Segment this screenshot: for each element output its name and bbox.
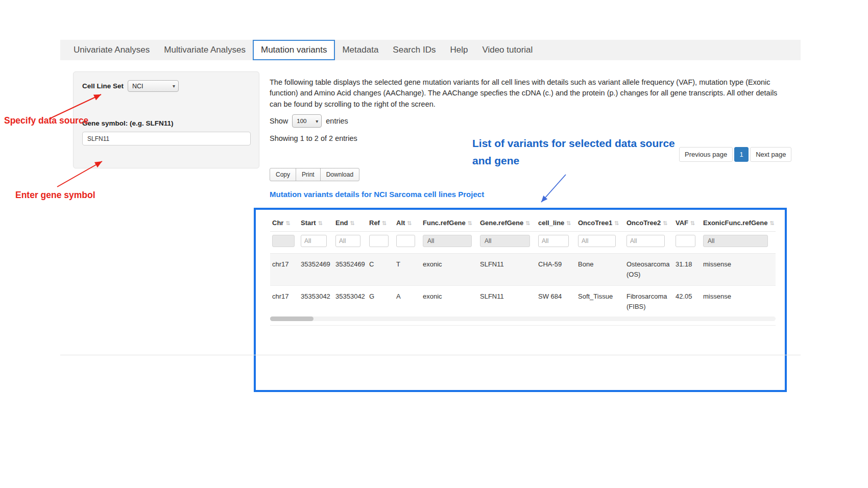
table-cell: missense bbox=[701, 254, 776, 286]
column-header-start[interactable]: Start⇅ bbox=[299, 213, 333, 232]
print-button[interactable]: Print bbox=[296, 168, 321, 181]
cell-line-set-label: Cell Line Set bbox=[82, 82, 124, 90]
tab-help[interactable]: Help bbox=[443, 40, 475, 60]
header-row: Chr⇅Start⇅End⇅Ref⇅Alt⇅Func.refGene⇅Gene.… bbox=[270, 213, 776, 232]
table-cell: 35353042 bbox=[333, 286, 367, 318]
list-of-variants-arrow bbox=[541, 175, 566, 202]
tab-metadata[interactable]: Metadata bbox=[335, 40, 385, 60]
cell-line-set-select[interactable]: NCI ▾ bbox=[128, 80, 179, 92]
gene-symbol-input[interactable] bbox=[82, 132, 251, 145]
sort-icon[interactable]: ⇅ bbox=[350, 220, 355, 226]
table-row: chr173535246935352469CTexonicSLFN11CHA-5… bbox=[270, 254, 776, 286]
sort-icon[interactable]: ⇅ bbox=[614, 220, 619, 226]
table-row: chr173535304235353042GAexonicSLFN11SW 68… bbox=[270, 286, 776, 318]
download-button[interactable]: Download bbox=[320, 168, 359, 181]
sort-icon[interactable]: ⇅ bbox=[525, 220, 530, 226]
variants-table: Chr⇅Start⇅End⇅Ref⇅Alt⇅Func.refGene⇅Gene.… bbox=[270, 213, 776, 319]
sort-icon[interactable]: ⇅ bbox=[285, 220, 290, 226]
variants-table-wrap: Chr⇅Start⇅End⇅Ref⇅Alt⇅Func.refGene⇅Gene.… bbox=[270, 213, 777, 319]
table-cell: 31.18 bbox=[673, 254, 701, 286]
sort-icon[interactable]: ⇅ bbox=[769, 220, 774, 226]
chevron-down-icon: ▾ bbox=[316, 118, 318, 124]
table-cell: exonic bbox=[421, 286, 478, 318]
variants-table-container: Chr⇅Start⇅End⇅Ref⇅Alt⇅Func.refGene⇅Gene.… bbox=[254, 208, 787, 392]
tab-univariate-analyses[interactable]: Univariate Analyses bbox=[66, 40, 157, 60]
next-page-button[interactable]: Next page bbox=[750, 147, 791, 162]
filter-end[interactable] bbox=[335, 235, 360, 247]
export-button-group: CopyPrintDownload bbox=[270, 168, 359, 181]
column-header-end[interactable]: End⇅ bbox=[333, 213, 367, 232]
filter-oncotree1[interactable] bbox=[578, 235, 616, 247]
table-cell: 35352469 bbox=[333, 254, 367, 286]
sort-icon[interactable]: ⇅ bbox=[690, 220, 695, 226]
filter-cell-line[interactable] bbox=[538, 235, 569, 247]
table-cell: missense bbox=[701, 286, 776, 318]
table-cell: G bbox=[367, 286, 394, 318]
filter-start[interactable] bbox=[301, 235, 327, 247]
table-cell: 35352469 bbox=[299, 254, 333, 286]
column-header-oncotree2[interactable]: OncoTree2⇅ bbox=[624, 213, 673, 232]
current-page-button[interactable]: 1 bbox=[734, 147, 749, 162]
table-bottom-border bbox=[270, 325, 776, 326]
column-header-func-refgene[interactable]: Func.refGene⇅ bbox=[421, 213, 478, 232]
sort-icon[interactable]: ⇅ bbox=[318, 220, 323, 226]
sort-icon[interactable]: ⇅ bbox=[663, 220, 667, 226]
previous-page-button[interactable]: Previous page bbox=[679, 147, 733, 162]
filter-gene-refgene[interactable]: All bbox=[480, 235, 530, 247]
filter-vaf[interactable] bbox=[676, 235, 695, 247]
table-cell: Fibrosarcoma (FIBS) bbox=[624, 286, 673, 318]
table-cell: Osteosarcoma (OS) bbox=[624, 254, 673, 286]
filter-func-refgene[interactable]: All bbox=[423, 235, 472, 247]
show-label: Show bbox=[270, 117, 288, 125]
column-header-gene-refgene[interactable]: Gene.refGene⇅ bbox=[478, 213, 536, 232]
page: Univariate AnalysesMultivariate Analyses… bbox=[0, 0, 868, 488]
annotation-enter-gene-symbol: Enter gene symbol bbox=[15, 190, 95, 201]
table-cell: SLFN11 bbox=[478, 254, 536, 286]
page-length-control: Show 100 ▾ entries bbox=[270, 114, 348, 128]
table-body: chr173535246935352469CTexonicSLFN11CHA-5… bbox=[270, 254, 776, 319]
sort-icon[interactable]: ⇅ bbox=[468, 220, 472, 226]
column-header-oncotree1[interactable]: OncoTree1⇅ bbox=[576, 213, 624, 232]
column-header-vaf[interactable]: VAF⇅ bbox=[673, 213, 701, 232]
table-cell: Bone bbox=[576, 254, 624, 286]
table-cell: A bbox=[394, 286, 421, 318]
annotation-list-of-variants: List of variants for selected data sourc… bbox=[472, 135, 677, 169]
pagination: Previous page 1 Next page bbox=[679, 147, 791, 162]
table-cell: SLFN11 bbox=[478, 286, 536, 318]
filter-exonicfunc-refgene[interactable]: All bbox=[703, 235, 768, 247]
copy-button[interactable]: Copy bbox=[270, 168, 296, 181]
table-cell: T bbox=[394, 254, 421, 286]
column-header-cell-line[interactable]: cell_line⇅ bbox=[536, 213, 576, 232]
page-length-select[interactable]: 100 ▾ bbox=[292, 114, 322, 128]
entries-label: entries bbox=[326, 117, 348, 125]
horizontal-scrollbar[interactable] bbox=[270, 316, 776, 321]
filter-oncotree2[interactable] bbox=[626, 235, 665, 247]
sort-icon[interactable]: ⇅ bbox=[382, 220, 387, 226]
column-header-chr[interactable]: Chr⇅ bbox=[270, 213, 299, 232]
filter-alt[interactable] bbox=[396, 235, 415, 247]
content-divider bbox=[60, 355, 801, 355]
tab-search-ids[interactable]: Search IDs bbox=[385, 40, 443, 60]
table-cell: 42.05 bbox=[673, 286, 701, 318]
table-cell: chr17 bbox=[270, 286, 299, 318]
column-header-exonicfunc-refgene[interactable]: ExonicFunc.refGene⇅ bbox=[701, 213, 776, 232]
tab-multivariate-analyses[interactable]: Multivariate Analyses bbox=[157, 40, 253, 60]
table-cell: C bbox=[367, 254, 394, 286]
table-cell: CHA-59 bbox=[536, 254, 576, 286]
page-length-value: 100 bbox=[297, 118, 306, 124]
tab-video-tutorial[interactable]: Video tutorial bbox=[475, 40, 540, 60]
scrollbar-thumb[interactable] bbox=[270, 316, 314, 321]
sort-icon[interactable]: ⇅ bbox=[566, 220, 571, 226]
table-description: The following table displays the selecte… bbox=[270, 77, 779, 110]
annotation-specify-data-source: Specify data source bbox=[4, 115, 88, 126]
table-cell: Soft_Tissue bbox=[576, 286, 624, 318]
tab-mutation-variants[interactable]: Mutation variants bbox=[253, 40, 335, 60]
chevron-down-icon: ▾ bbox=[173, 83, 175, 89]
column-header-ref[interactable]: Ref⇅ bbox=[367, 213, 394, 232]
table-cell: chr17 bbox=[270, 254, 299, 286]
sort-icon[interactable]: ⇅ bbox=[407, 220, 412, 226]
column-header-alt[interactable]: Alt⇅ bbox=[394, 213, 421, 232]
filter-chr[interactable] bbox=[272, 235, 295, 247]
filter-ref[interactable] bbox=[369, 235, 389, 247]
table-info-text: Showing 1 to 2 of 2 entries bbox=[270, 134, 357, 142]
